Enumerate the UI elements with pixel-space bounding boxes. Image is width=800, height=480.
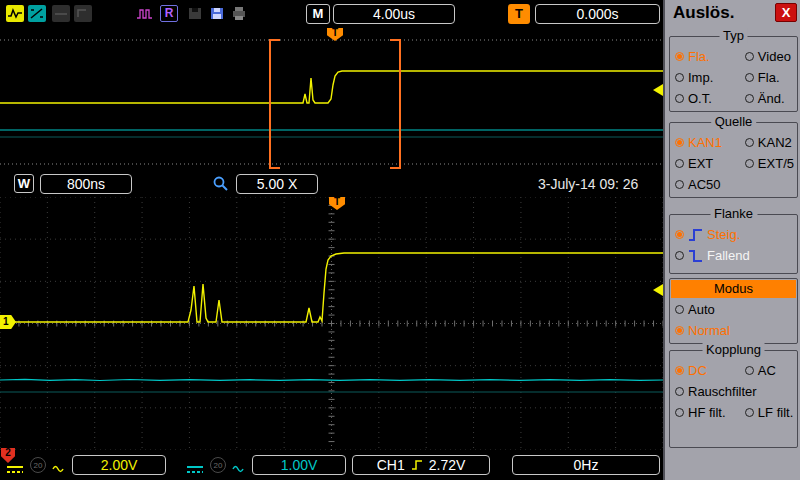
radio-icon bbox=[675, 408, 684, 417]
trigger-position-readout[interactable]: 0.000s bbox=[535, 4, 660, 24]
radio-icon bbox=[675, 73, 684, 82]
falling-edge-icon bbox=[688, 250, 703, 262]
option-modus-normal[interactable]: Normal bbox=[670, 320, 797, 341]
zoom-statusbar: W 800ns 5.00 X 3-July-14 09: 26 bbox=[0, 172, 663, 197]
option-flanke-steigend[interactable]: Steig. bbox=[670, 224, 797, 245]
ch2-dc-coupling-icon bbox=[186, 460, 204, 478]
trigger-readout[interactable]: CH1 2.72V bbox=[352, 455, 490, 475]
group-label-kopplung: Kopplung bbox=[702, 342, 765, 357]
radio-icon bbox=[675, 366, 684, 375]
ref-status-icon[interactable] bbox=[74, 5, 92, 22]
radio-icon bbox=[675, 159, 684, 168]
ch1-status-icon[interactable] bbox=[6, 5, 24, 22]
main-timebase-button[interactable]: M bbox=[306, 4, 330, 24]
option-quelle-ext[interactable]: EXT bbox=[670, 153, 740, 174]
window-timebase-button[interactable]: W bbox=[14, 174, 34, 193]
option-quelle-ac50[interactable]: AC50 bbox=[670, 174, 740, 195]
trigger-slope-group: Flanke Steig. Fallend bbox=[669, 214, 798, 274]
radio-icon bbox=[675, 138, 684, 147]
menu-title: Auslös. bbox=[673, 3, 734, 23]
option-typ-ot[interactable]: O.T. bbox=[670, 88, 740, 109]
overview-plot bbox=[0, 28, 663, 172]
group-label-flanke: Flanke bbox=[710, 206, 757, 221]
ch1-scale-readout[interactable]: 2.00V bbox=[72, 455, 166, 475]
radio-icon bbox=[745, 94, 754, 103]
radio-icon bbox=[745, 366, 754, 375]
channel-statusbar: 20 2.00V 20 1.00V CH1 2.72V 0Hz bbox=[0, 450, 663, 480]
radio-icon bbox=[745, 138, 754, 147]
option-modus-auto[interactable]: Auto bbox=[670, 299, 797, 320]
option-kopplung-dc[interactable]: DC bbox=[670, 360, 740, 381]
save-floppy-icon[interactable] bbox=[208, 5, 226, 22]
magnifier-icon bbox=[212, 175, 230, 197]
ch2-scale-readout[interactable]: 1.00V bbox=[252, 455, 346, 475]
zoom-window-left-bracket bbox=[270, 40, 280, 168]
trigger-menu: Auslös. X Typ Fla. Video Imp. bbox=[663, 0, 800, 480]
option-kopplung-lf-filter[interactable]: LF filt. bbox=[740, 402, 797, 423]
option-quelle-ext5[interactable]: EXT/5 bbox=[740, 153, 797, 174]
ch2-bandwidth-icon: 20 bbox=[210, 457, 226, 473]
ch1-invert-icon bbox=[52, 460, 66, 478]
option-kopplung-hf-filter[interactable]: HF filt. bbox=[670, 402, 740, 423]
trigger-source-label: CH1 bbox=[377, 456, 405, 474]
status-topbar: R M 4.00us T 0.000s bbox=[0, 0, 663, 28]
ch1-bandwidth-icon: 20 bbox=[30, 457, 46, 473]
option-typ-impuls[interactable]: Imp. bbox=[670, 67, 740, 88]
waveform-overview[interactable]: T bbox=[0, 28, 663, 172]
trigger-type-group: Typ Fla. Video Imp. Fla. bbox=[669, 36, 798, 112]
option-kopplung-ac[interactable]: AC bbox=[740, 360, 797, 381]
print-icon[interactable] bbox=[230, 5, 248, 22]
radio-icon bbox=[675, 326, 684, 335]
group-label-typ: Typ bbox=[719, 28, 748, 43]
radio-icon bbox=[675, 180, 684, 189]
option-typ-aend[interactable]: Änd. bbox=[740, 88, 797, 109]
ch2-status-icon[interactable] bbox=[28, 5, 46, 22]
zoom-window-right-bracket bbox=[390, 40, 400, 168]
window-timebase-readout[interactable]: 800ns bbox=[40, 174, 132, 194]
trigger-level-label: 2.72V bbox=[429, 456, 466, 474]
radio-icon bbox=[745, 73, 754, 82]
option-typ-slope[interactable]: Fla. bbox=[740, 67, 797, 88]
main-plot bbox=[0, 197, 663, 450]
trigger-slope-icon bbox=[411, 459, 423, 471]
group-label-quelle: Quelle bbox=[711, 114, 757, 129]
rising-edge-icon bbox=[688, 229, 703, 241]
trigger-source-group: Quelle KAN1 KAN2 EXT EXT/5 bbox=[669, 122, 798, 198]
option-typ-flanke[interactable]: Fla. bbox=[670, 46, 740, 67]
group-label-modus: Modus bbox=[671, 280, 796, 298]
oscilloscope-screen: R M 4.00us T 0.000s T W 800ns bbox=[0, 0, 800, 480]
zoom-factor-readout[interactable]: 5.00 X bbox=[236, 174, 318, 194]
radio-icon bbox=[745, 52, 754, 61]
radio-icon bbox=[675, 305, 684, 314]
pulse-waveform-icon[interactable] bbox=[136, 5, 154, 22]
close-menu-button[interactable]: X bbox=[775, 3, 797, 22]
ch2-invert-icon bbox=[232, 460, 246, 478]
ch1-dc-coupling-icon bbox=[6, 460, 24, 478]
radio-icon bbox=[675, 251, 684, 260]
timebase-readout[interactable]: 4.00us bbox=[333, 4, 455, 24]
frequency-readout[interactable]: 0Hz bbox=[512, 455, 660, 475]
radio-icon bbox=[745, 159, 754, 168]
radio-icon bbox=[675, 94, 684, 103]
radio-icon bbox=[745, 408, 754, 417]
datetime-readout: 3-July-14 09: 26 bbox=[538, 176, 638, 192]
option-quelle-kan1[interactable]: KAN1 bbox=[670, 132, 740, 153]
option-typ-video[interactable]: Video bbox=[740, 46, 797, 67]
disk-icon[interactable] bbox=[186, 5, 204, 22]
trigger-coupling-group: Kopplung DC AC Rauschfilter bbox=[669, 350, 798, 448]
record-icon[interactable]: R bbox=[160, 5, 178, 22]
waveform-main[interactable]: T 1 bbox=[0, 197, 663, 450]
option-flanke-fallend[interactable]: Fallend bbox=[670, 245, 797, 266]
radio-icon bbox=[675, 52, 684, 61]
option-quelle-kan2[interactable]: KAN2 bbox=[740, 132, 797, 153]
option-kopplung-rauschfilter[interactable]: Rauschfilter bbox=[670, 381, 797, 402]
trigger-mode-group: Modus Auto Normal bbox=[669, 278, 798, 344]
radio-icon bbox=[675, 387, 684, 396]
trigger-position-icon[interactable]: T bbox=[508, 4, 530, 24]
math-status-icon[interactable] bbox=[52, 5, 70, 22]
radio-icon bbox=[675, 230, 684, 239]
